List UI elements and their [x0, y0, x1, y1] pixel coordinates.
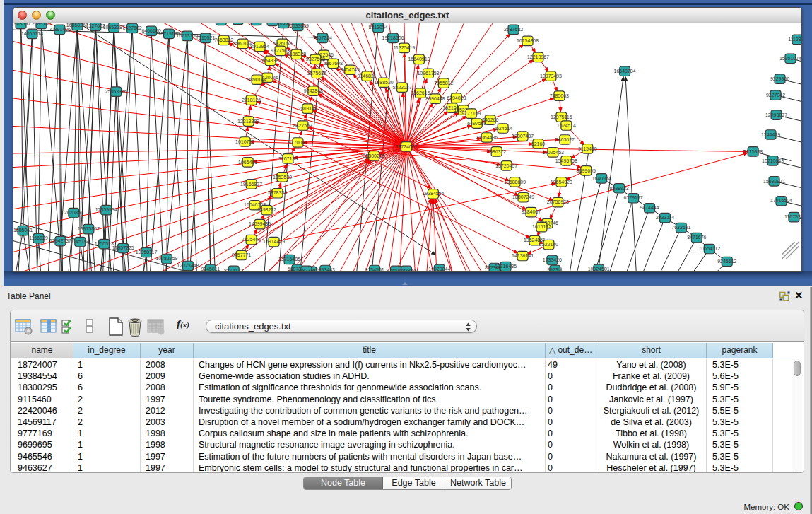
svg-text:7986372: 7986372 [487, 149, 506, 154]
svg-text:25053346: 25053346 [105, 89, 127, 94]
svg-text:16543382: 16543382 [259, 58, 281, 63]
svg-text:15720407: 15720407 [495, 163, 517, 168]
svg-text:1093443: 1093443 [316, 267, 335, 271]
svg-text:8912954: 8912954 [250, 44, 269, 49]
svg-text:3624514: 3624514 [493, 126, 512, 131]
svg-text:19166827: 19166827 [240, 182, 262, 187]
svg-text:9227342: 9227342 [766, 93, 785, 98]
svg-text:62160: 62160 [531, 141, 546, 146]
svg-text:8813054: 8813054 [369, 25, 388, 30]
svg-text:13716485: 13716485 [495, 264, 517, 269]
svg-text:2522140: 2522140 [539, 242, 558, 247]
svg-text:8938923: 8938923 [610, 186, 629, 191]
svg-text:9115460: 9115460 [578, 146, 597, 151]
svg-text:12975115: 12975115 [551, 115, 572, 119]
svg-text:7625402: 7625402 [242, 237, 261, 242]
svg-text:7955812: 7955812 [434, 81, 453, 86]
svg-text:16033809: 16033809 [287, 23, 309, 28]
svg-text:7632621: 7632621 [671, 225, 690, 230]
svg-text:16914479: 16914479 [263, 239, 285, 244]
svg-text:1362615: 1362615 [411, 90, 430, 95]
svg-text:2803144: 2803144 [298, 106, 317, 111]
svg-text:5322037: 5322037 [392, 85, 411, 90]
svg-text:7857224: 7857224 [313, 35, 332, 40]
svg-text:1145194: 1145194 [71, 239, 90, 244]
svg-text:9245011: 9245011 [201, 267, 220, 271]
svg-text:17359934: 17359934 [95, 207, 117, 212]
svg-text:10973493: 10973493 [540, 74, 562, 78]
svg-text:1010755: 1010755 [235, 139, 254, 144]
svg-text:1588520: 1588520 [375, 80, 394, 85]
svg-text:9463627: 9463627 [555, 137, 575, 142]
svg-text:10958117: 10958117 [136, 250, 158, 255]
svg-text:14136141: 14136141 [512, 253, 534, 258]
svg-text:8990448: 8990448 [425, 96, 445, 101]
svg-text:11325419: 11325419 [394, 45, 416, 50]
svg-text:9242848: 9242848 [304, 88, 323, 93]
svg-text:9699695: 9699695 [577, 168, 596, 173]
svg-text:9245612: 9245612 [717, 259, 736, 264]
svg-text:10688609: 10688609 [504, 180, 526, 185]
svg-text:3675685: 3675685 [307, 71, 326, 76]
svg-text:2089140: 2089140 [32, 23, 51, 26]
svg-text:6379197: 6379197 [624, 195, 643, 200]
svg-text:8454749: 8454749 [341, 67, 360, 72]
svg-text:9474444: 9474444 [640, 205, 659, 210]
svg-text:10923844: 10923844 [428, 267, 450, 271]
svg-text:2020851: 2020851 [64, 210, 83, 215]
svg-text:1250513: 1250513 [95, 241, 114, 246]
svg-text:9923认: 9923认 [547, 267, 563, 271]
svg-text:10782759: 10782759 [155, 256, 177, 261]
svg-text:17016504: 17016504 [770, 198, 792, 203]
svg-text:16853267: 16853267 [66, 23, 88, 28]
svg-text:9134551: 9134551 [365, 267, 384, 271]
svg-text:1167534: 1167534 [784, 214, 801, 219]
svg-text:16648784: 16648784 [614, 69, 636, 74]
svg-text:12093877: 12093877 [765, 112, 787, 117]
svg-text:16713155: 16713155 [176, 33, 198, 38]
svg-text:18807249: 18807249 [512, 194, 534, 199]
svg-text:7663822: 7663822 [214, 37, 233, 42]
svg-text:14099485: 14099485 [249, 221, 271, 226]
svg-text:10210643: 10210643 [762, 158, 784, 163]
svg-text:15751074: 15751074 [779, 56, 801, 61]
svg-text:19384554: 19384554 [422, 192, 444, 197]
svg-text:9327508: 9327508 [306, 57, 325, 62]
svg-text:8186328: 8186328 [287, 52, 306, 57]
svg-text:16640910: 16640910 [408, 57, 430, 62]
svg-text:10654112: 10654112 [699, 246, 721, 251]
svg-text:17957225: 17957225 [112, 245, 134, 250]
svg-text:16154808: 16154808 [517, 38, 539, 43]
svg-text:10025453: 10025453 [542, 150, 564, 155]
svg-text:15495758: 15495758 [555, 158, 577, 163]
svg-text:9890144: 9890144 [247, 77, 266, 82]
svg-text:2093844: 2093844 [396, 268, 416, 271]
svg-text:3267130: 3267130 [278, 156, 298, 161]
svg-text:1244419: 1244419 [761, 132, 780, 137]
svg-text:10653287: 10653287 [103, 25, 125, 30]
svg-text:14055714: 14055714 [21, 31, 43, 36]
svg-text:9329966: 9329966 [770, 76, 789, 81]
svg-text:12213383: 12213383 [237, 119, 259, 124]
svg-text:5226058: 5226058 [273, 41, 292, 46]
svg-text:15692971: 15692971 [763, 179, 785, 184]
svg-text:10961758: 10961758 [417, 71, 439, 76]
svg-text:12213967: 12213967 [527, 54, 549, 59]
svg-text:7515521: 7515521 [196, 35, 215, 40]
svg-text:10924501: 10924501 [588, 267, 610, 271]
svg-text:9384067: 9384067 [522, 209, 541, 214]
svg-text:9146821: 9146821 [358, 74, 377, 78]
svg-text:9498222: 9498222 [257, 207, 276, 212]
svg-text:13975867: 13975867 [78, 226, 100, 231]
svg-text:2718126: 2718126 [242, 98, 261, 103]
svg-text:18724007: 18724007 [395, 144, 417, 149]
svg-text:1885061: 1885061 [13, 228, 33, 233]
svg-text:1903557: 1903557 [13, 23, 30, 26]
svg-text:20756928: 20756928 [547, 199, 569, 204]
svg-text:19218506: 19218506 [382, 35, 404, 40]
svg-text:8427552: 8427552 [293, 123, 312, 128]
svg-text:2933114: 2933114 [656, 215, 675, 220]
svg-text:8874123: 8874123 [224, 268, 243, 271]
svg-text:9777169: 9777169 [461, 111, 481, 116]
svg-text:2687682: 2687682 [504, 27, 523, 32]
